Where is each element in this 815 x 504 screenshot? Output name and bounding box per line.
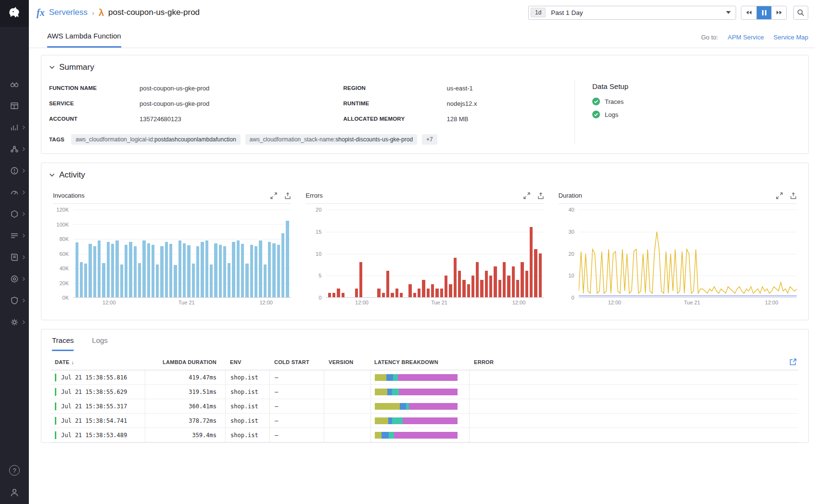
sidebar-item-processes[interactable] [0,225,29,246]
sidebar-item-logs[interactable] [0,246,29,268]
tag-pill[interactable]: aws_cloudformation_logical-id:postdashco… [71,134,241,145]
service-value: post-coupon-us-gke-prod [140,100,209,107]
trace-row[interactable]: Jul 21 15:38:53.489 359.4ms shop.ist — [51,428,799,442]
chevron-right-icon [22,125,25,130]
sort-desc-icon[interactable]: ↓ [71,359,74,365]
expand-icon[interactable] [523,192,530,199]
sidebar-item-help[interactable]: ? [0,462,29,479]
trace-cold-start: — [269,370,324,384]
trace-duration: 359.4ms [145,428,225,442]
trace-env: shop.ist [225,414,269,428]
pause-icon [762,10,766,15]
trace-version [324,385,370,399]
column-date[interactable]: DATE [55,359,69,365]
processes-icon [10,231,19,240]
logs-icon [10,252,19,262]
goto-service-map-link[interactable]: Service Map [774,34,808,41]
trace-row[interactable]: Jul 21 15:38:55.816 419.47ms shop.ist — [51,370,799,385]
datadog-dog-icon [7,6,22,21]
runtime-value: nodejs12.x [447,100,477,107]
latency-breakdown-bar [375,417,458,424]
trace-row[interactable]: Jul 21 15:38:54.741 378.72ms shop.ist — [51,414,799,428]
chevron-right-icon [22,320,25,325]
error-tracking-icon [10,166,19,176]
tag-key: aws_cloudformation_logical-id: [76,136,154,143]
column-lambda-duration[interactable]: LAMBDA DURATION [145,359,225,365]
breadcrumb-separator: › [92,9,94,17]
field-label: SERVICE [49,101,140,106]
invocations-chart: Invocations 120K100K80K60K40K20K0K 12:00… [53,190,291,309]
sidebar-item-error-tracking[interactable] [0,160,29,181]
security-shield-icon [10,296,19,305]
pause-button[interactable] [756,6,771,19]
field-label: FUNCTION NAME [49,85,140,91]
chart-plot[interactable] [579,210,797,298]
containers-icon [10,274,19,284]
trace-env: shop.ist [225,385,269,399]
summary-collapse-header[interactable]: Summary [41,55,808,78]
expand-icon[interactable] [270,192,277,199]
chevron-down-icon [49,65,55,69]
sidebar-item-watchdog[interactable] [0,73,29,95]
trace-duration: 378.72ms [145,414,225,428]
datadog-logo[interactable] [0,0,29,27]
sidebar-item-synthetics[interactable] [0,181,29,203]
tab-logs[interactable]: Logs [92,336,108,351]
summary-card: Summary FUNCTION NAMEpost-coupon-us-gke-… [41,55,809,154]
column-cold-start[interactable]: COLD START [269,359,324,365]
trace-tabs: Traces Logs [41,329,808,351]
table-header: DATE↓ LAMBDA DURATION ENV COLD START VER… [51,354,799,370]
external-link-icon[interactable] [790,358,797,365]
trace-status-indicator [55,403,56,410]
trace-version [324,414,370,428]
expand-icon[interactable] [776,192,783,199]
zoom-button[interactable] [793,6,808,20]
trace-cold-start: — [269,414,324,428]
sidebar: ? [0,0,29,504]
column-error[interactable]: ERROR [469,359,790,365]
export-icon[interactable] [790,192,797,199]
field-label: REGION [344,85,447,91]
sidebar-item-settings[interactable] [0,311,29,333]
chart-plot[interactable] [73,210,291,298]
sidebar-item-dashboards[interactable] [0,95,29,116]
trace-row[interactable]: Jul 21 15:38:55.629 319.51ms shop.ist — [51,385,799,399]
sidebar-item-user-management[interactable] [0,484,29,501]
tab-traces[interactable]: Traces [52,336,74,351]
field-label: RUNTIME [344,101,447,106]
sidebar-item-apm[interactable] [0,138,29,160]
chart-title: Errors [306,192,322,199]
tag-pill[interactable]: aws_cloudformation_stack-name:shopist-di… [245,134,418,145]
activity-collapse-header[interactable]: Activity [41,163,808,186]
sidebar-item-infrastructure[interactable] [0,203,29,225]
trace-date: Jul 21 15:38:54.741 [61,417,127,424]
sidebar-item-security[interactable] [0,290,29,311]
chart-plot[interactable] [326,210,544,298]
export-icon[interactable] [537,192,544,199]
time-range-select[interactable]: 1d Past 1 Day [528,6,736,20]
column-version[interactable]: VERSION [324,359,370,365]
breadcrumb-serverless-link[interactable]: Serverless [49,8,88,17]
column-latency-breakdown[interactable]: LATENCY BREAKDOWN [370,359,469,365]
column-env[interactable]: ENV [225,359,269,365]
sidebar-item-containers[interactable] [0,268,29,290]
serverless-fx-icon: fx [37,7,45,18]
top-bar: fx Serverless › λ post-coupon-us-gke-pro… [29,0,815,25]
tags-more-pill[interactable]: +7 [422,134,437,145]
trace-version [324,428,370,442]
forward-button[interactable] [771,6,786,19]
trace-row[interactable]: Jul 21 15:38:55.317 360.41ms shop.ist — [51,399,799,414]
tag-value: shopist-discounts-us-gke-prod [335,136,413,143]
tag-value: postdashcouponlambdafunction [154,136,236,143]
sidebar-item-metrics[interactable] [0,116,29,138]
summary-title: Summary [59,63,94,72]
field-label: ALLOCATED MEMORY [344,116,447,122]
tab-aws-lambda-function[interactable]: AWS Lambda Function [47,32,121,48]
export-icon[interactable] [284,192,291,199]
goto-apm-service-link[interactable]: APM Service [728,34,764,41]
rewind-button[interactable] [741,6,756,19]
goto-label: Go to: [701,34,718,41]
duration-chart: Duration 403020100 12:00Tue 2112:00 [559,190,797,309]
x-axis: 12:00Tue 2112:00 [326,300,544,309]
page-title: post-coupon-us-gke-prod [108,8,200,17]
